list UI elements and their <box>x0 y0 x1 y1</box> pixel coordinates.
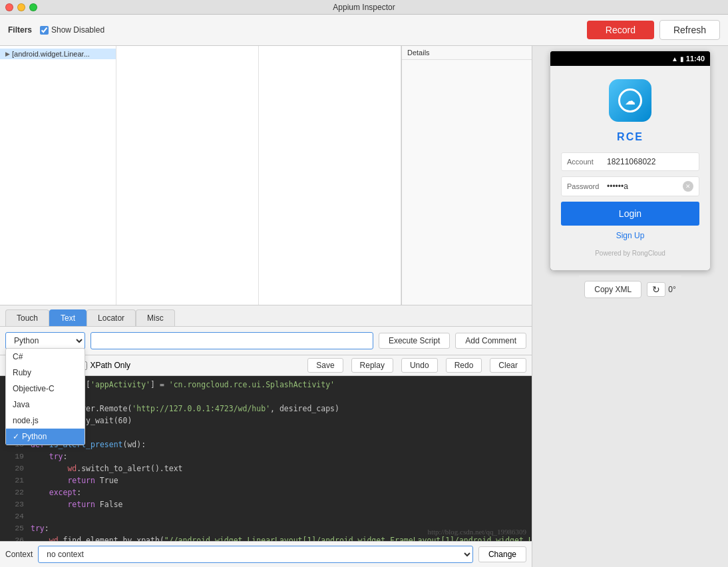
minimize-button[interactable] <box>17 3 25 11</box>
password-row: Password ••••••a ✕ <box>561 176 699 196</box>
execute-script-button[interactable]: Execute Script <box>379 333 450 349</box>
context-select[interactable]: no context <box>38 546 473 563</box>
account-value: 18211068022 <box>607 157 693 166</box>
action-panel: Python C# Ruby Objective-C Java node.js … <box>0 327 532 355</box>
tab-locator[interactable]: Locator <box>87 309 136 326</box>
xml-col-1: ▶ [android.widget.Linear... <box>0 46 116 305</box>
inspector-panel: ▶ [android.widget.Linear... Details <box>0 46 532 567</box>
code-line-22: 22 except: <box>5 486 526 498</box>
battery-icon: ▮ <box>680 55 684 63</box>
tree-arrow: ▶ <box>5 51 10 57</box>
xml-tree-area: ▶ [android.widget.Linear... <box>0 46 402 305</box>
code-line-21: 21 return True <box>5 474 526 486</box>
redo-button[interactable]: Redo <box>446 358 482 373</box>
account-label: Account <box>567 158 607 166</box>
signup-link[interactable]: Sign Up <box>561 231 699 240</box>
tab-text[interactable]: Text <box>49 309 87 326</box>
text-input[interactable] <box>91 332 373 349</box>
replay-button[interactable]: Replay <box>351 358 393 373</box>
xml-col-2 <box>116 46 259 305</box>
app-name: RCE <box>617 131 643 143</box>
show-disabled-checkbox-label[interactable]: Show Disabled <box>40 25 104 35</box>
phone-statusbar: ▲ ▮ 11:40 <box>550 51 710 66</box>
main-container: Filters Show Disabled Record Refresh ▶ [… <box>0 15 728 567</box>
lang-option-csharp[interactable]: C# <box>6 349 85 365</box>
phone-screen: ▲ ▮ 11:40 ☁ RCE Account <box>550 51 710 270</box>
lang-option-ruby[interactable]: Ruby <box>6 365 85 381</box>
checkmark-icon: ✓ <box>13 432 19 441</box>
show-disabled-label: Show Disabled <box>51 25 104 35</box>
details-label: Details <box>402 46 532 60</box>
tab-misc[interactable]: Misc <box>136 309 175 326</box>
rotate-button[interactable]: ↻ <box>647 282 665 297</box>
language-select[interactable]: Python C# Ruby Objective-C Java node.js <box>5 332 85 349</box>
code-line-20: 20 wd.switch_to_alert().text <box>5 463 526 474</box>
code-line-19: 19 try: <box>5 451 526 463</box>
maximize-button[interactable] <box>29 3 37 11</box>
undo-button[interactable]: Undo <box>401 358 438 373</box>
context-row: Context no context Change <box>0 541 532 567</box>
upper-section: ▶ [android.widget.Linear... Details <box>0 46 532 305</box>
powered-by: Powered by RongCloud <box>595 250 665 257</box>
clear-button[interactable]: Clear <box>490 358 526 373</box>
phone-panel: ▲ ▮ 11:40 ☁ RCE Account <box>532 46 728 567</box>
lower-section: Touch Text Locator Misc Python C# Ruby <box>0 305 532 567</box>
filters-label: Filters <box>8 25 32 35</box>
xml-col-3 <box>259 46 401 305</box>
watermark: http://blog.csdn.net/qq_19986309 <box>428 528 527 536</box>
record-button[interactable]: Record <box>587 21 654 39</box>
save-button[interactable]: Save <box>307 358 343 373</box>
password-value: ••••••a <box>607 182 683 191</box>
content-area: ▶ [android.widget.Linear... Details <box>0 46 728 567</box>
details-section: Details <box>402 46 532 305</box>
language-dropdown-container: Python C# Ruby Objective-C Java node.js … <box>5 332 85 349</box>
toolbar: Filters Show Disabled Record Refresh <box>0 15 728 46</box>
login-button[interactable]: Login <box>561 202 699 226</box>
wifi-icon: ▲ <box>671 55 678 63</box>
show-disabled-checkbox[interactable] <box>40 26 49 35</box>
context-label: Context <box>5 550 33 559</box>
copy-xml-button[interactable]: Copy XML <box>584 281 641 298</box>
language-dropdown-menu: C# Ruby Objective-C Java node.js ✓ Pytho… <box>5 348 85 445</box>
rotation-value: 0° <box>668 285 675 294</box>
tabs-area: Touch Text Locator Misc <box>0 305 532 327</box>
app-icon: ☁ <box>609 79 651 122</box>
code-line-23: 23 return False <box>5 498 526 510</box>
tab-touch[interactable]: Touch <box>5 309 49 326</box>
lang-option-python[interactable]: ✓ Python <box>6 429 85 445</box>
password-clear-button[interactable]: ✕ <box>683 181 693 192</box>
tree-node-label: [android.widget.Linear... <box>12 50 90 58</box>
password-label: Password <box>567 182 607 190</box>
phone-content: ☁ RCE Account 18211068022 Password •••••… <box>550 66 710 270</box>
change-context-button[interactable]: Change <box>478 546 526 562</box>
cloud-icon: ☁ <box>625 94 636 107</box>
tabs-row: Touch Text Locator Misc <box>0 305 532 326</box>
copy-xml-area: Copy XML ↻ 0° <box>579 276 681 303</box>
titlebar: Appium Inspector <box>0 0 728 15</box>
refresh-button[interactable]: Refresh <box>659 20 720 40</box>
add-comment-button[interactable]: Add Comment <box>455 333 526 349</box>
rotate-control: ↻ 0° <box>647 282 675 297</box>
lang-option-java[interactable]: Java <box>6 397 85 413</box>
login-form: Account 18211068022 Password ••••••a ✕ L… <box>561 152 699 240</box>
lang-option-objc[interactable]: Objective-C <box>6 381 85 397</box>
account-row: Account 18211068022 <box>561 152 699 171</box>
code-line-24: 24 <box>5 510 526 522</box>
window-title: Appium Inspector <box>333 3 395 12</box>
status-icons: ▲ ▮ 11:40 <box>671 55 705 63</box>
window-controls <box>5 3 37 11</box>
tree-node-1[interactable]: ▶ [android.widget.Linear... <box>0 49 116 59</box>
details-content <box>402 60 532 305</box>
lang-option-nodejs[interactable]: node.js <box>6 413 85 429</box>
xpath-only-label[interactable]: XPath Only <box>79 361 130 370</box>
close-button[interactable] <box>5 3 13 11</box>
app-icon-inner: ☁ <box>618 89 642 112</box>
status-time: 11:40 <box>686 55 705 63</box>
